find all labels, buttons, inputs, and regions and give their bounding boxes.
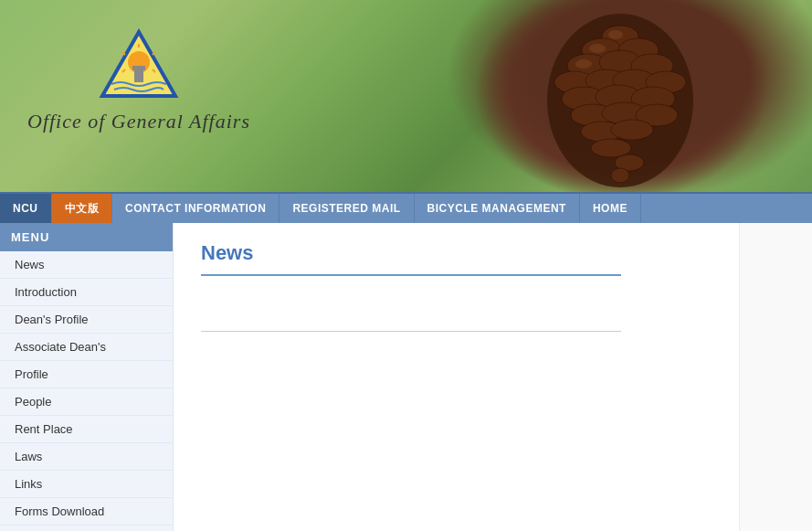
sidebar: MENU News Introduction Dean's Profile As…: [0, 223, 174, 531]
svg-rect-33: [134, 69, 143, 82]
list-item: Introduction: [0, 279, 173, 306]
sidebar-item-introduction[interactable]: Introduction: [0, 279, 173, 305]
pinecone-image: [483, 9, 739, 192]
list-item: Associate Dean's: [0, 334, 173, 361]
nav-home[interactable]: HOME: [580, 194, 641, 223]
sidebar-item-dean[interactable]: Dean's Profile: [0, 306, 173, 333]
header-title: Office of General Affairs: [27, 110, 250, 133]
right-spacer: [739, 223, 812, 531]
sidebar-item-links[interactable]: Links: [0, 471, 173, 497]
header-logo: Office of General Affairs: [27, 27, 250, 133]
svg-point-21: [611, 168, 629, 183]
page-title: News: [201, 241, 621, 276]
list-item: Rent Place: [0, 416, 173, 443]
logo-triangle: [98, 27, 180, 101]
list-item: Forms Download: [0, 498, 173, 526]
svg-line-29: [153, 52, 155, 55]
nav-mail[interactable]: REGISTERED MAIL: [279, 194, 414, 223]
list-item: Dean's Profile: [0, 306, 173, 334]
svg-rect-34: [132, 66, 145, 70]
list-item: Profile: [0, 361, 173, 388]
main-content: News: [174, 223, 739, 531]
sidebar-title: MENU: [0, 223, 173, 251]
list-item: Laws: [0, 443, 173, 471]
svg-point-23: [589, 44, 606, 53]
sidebar-item-people[interactable]: People: [0, 388, 173, 415]
list-item: News: [0, 251, 173, 279]
list-item: Links: [0, 471, 173, 498]
sidebar-item-forms[interactable]: Forms Download: [0, 498, 173, 525]
content-wrapper: MENU News Introduction Dean's Profile As…: [0, 223, 812, 531]
header: Office of General Affairs: [0, 0, 812, 192]
sidebar-item-assoc-dean[interactable]: Associate Dean's: [0, 334, 173, 360]
sidebar-item-rent[interactable]: Rent Place: [0, 416, 173, 442]
sidebar-menu: News Introduction Dean's Profile Associa…: [0, 251, 173, 531]
sidebar-item-news[interactable]: News: [0, 251, 173, 278]
nav-ncu[interactable]: NCU: [0, 194, 52, 223]
svg-point-24: [575, 59, 592, 69]
list-item: People: [0, 388, 173, 416]
content-divider: [201, 331, 621, 332]
nav-bicycle[interactable]: BICYCLE MANAGEMENT: [415, 194, 580, 223]
svg-point-22: [608, 30, 623, 39]
navbar: NCU 中文版 CONTACT INFORMATION REGISTERED M…: [0, 192, 812, 223]
sidebar-item-contact[interactable]: Contact us: [0, 526, 173, 531]
list-item: Contact us: [0, 526, 173, 531]
nav-contact[interactable]: CONTACT INFORMATION: [112, 194, 279, 223]
svg-point-19: [591, 139, 631, 157]
nav-zh[interactable]: 中文版: [52, 194, 113, 223]
svg-line-31: [122, 52, 125, 55]
sidebar-item-laws[interactable]: Laws: [0, 443, 173, 470]
svg-point-18: [611, 120, 653, 140]
sidebar-item-profile[interactable]: Profile: [0, 361, 173, 388]
